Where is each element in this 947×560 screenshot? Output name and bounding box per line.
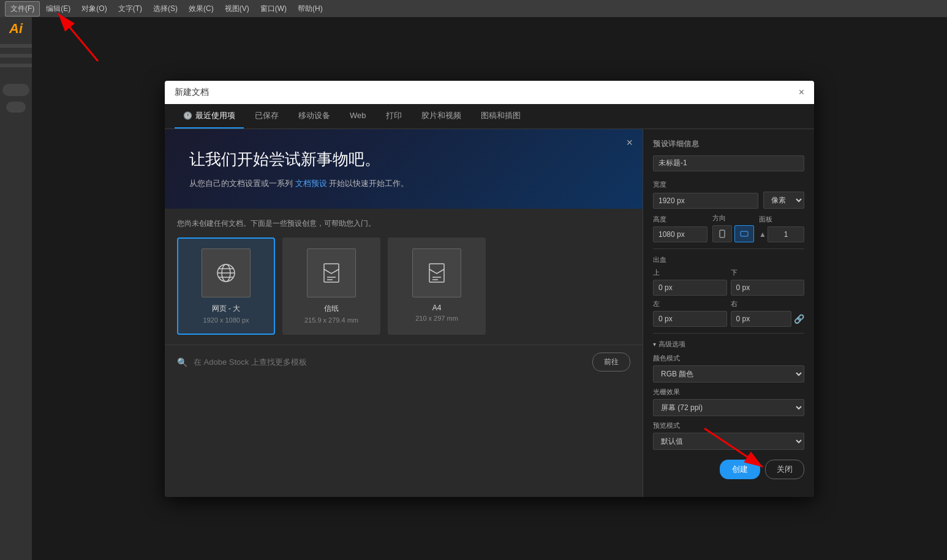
raster-label: 光栅效果 (653, 387, 804, 397)
create-button[interactable]: 创建 (720, 460, 760, 479)
dialog-close-button[interactable]: × (799, 88, 804, 97)
menu-effect[interactable]: 效果(C) (184, 2, 219, 16)
hero-title: 让我们开始尝试新事物吧。 (189, 149, 618, 170)
landscape-button[interactable] (734, 225, 754, 242)
menu-object[interactable]: 对象(O) (77, 2, 111, 16)
left-sidebar: Ai (0, 17, 32, 560)
tab-print-label: 打印 (386, 110, 402, 121)
artboard-up-btn[interactable]: ▲ (759, 230, 766, 239)
menu-window[interactable]: 窗口(W) (255, 2, 292, 16)
templates-section: 您尚未创建任何文档。下面是一些预设创意，可帮助您入门。 (165, 209, 643, 345)
tab-art-label: 图稿和插图 (481, 110, 521, 121)
preview-select[interactable]: 默认值 像素 叠印 (653, 433, 804, 450)
tab-film[interactable]: 胶片和视频 (413, 104, 470, 129)
bleed-top-label: 上 (653, 268, 727, 277)
artboard-label: 面板 (759, 215, 804, 224)
bleed-left-label: 左 (653, 299, 727, 308)
hero-subtitle: 从您自己的文档设置或一系列 文档预设 开始以快速开始工作。 (189, 177, 618, 190)
width-label: 宽度 (653, 180, 804, 189)
hero-close-button[interactable]: × (626, 136, 633, 149)
tab-recent[interactable]: 🕐 最近使用项 (175, 104, 244, 129)
tab-mobile-label: 移动设备 (298, 110, 330, 121)
tab-web-label: Web (350, 111, 366, 120)
svg-rect-11 (720, 230, 725, 237)
bleed-bottom-input[interactable] (731, 280, 805, 296)
bleed-bottom-label: 下 (731, 268, 805, 277)
tab-web[interactable]: Web (341, 105, 375, 127)
dialog-overlay: 新建文档 × 🕐 最近使用项 已保存 移动设备 (32, 17, 947, 560)
divider-1 (653, 248, 804, 249)
bleed-right-input[interactable] (731, 311, 792, 327)
template-name-letter: 信纸 (293, 304, 369, 314)
tab-mobile[interactable]: 移动设备 (290, 104, 339, 129)
unit-select[interactable]: 像素 毫米 厘米 (763, 192, 804, 209)
bleed-link-icon[interactable]: 🔗 (794, 314, 804, 324)
hero-subtitle-prefix: 从您自己的文档设置或一系列 (189, 179, 293, 188)
bleed-right-label: 右 (731, 299, 805, 308)
dialog-title-bar: 新建文档 × (165, 81, 814, 104)
tab-recent-label: 最近使用项 (195, 110, 235, 121)
svg-rect-12 (741, 231, 748, 236)
clock-icon: 🕐 (183, 111, 192, 120)
close-button[interactable]: 关闭 (765, 460, 804, 479)
dialog-bottom-bar: 🔍 前往 (165, 345, 643, 379)
dialog-title: 新建文档 (175, 87, 209, 98)
template-icon-a4 (412, 248, 461, 297)
hero-subtitle-link[interactable]: 文档预设 (295, 179, 327, 188)
raster-select[interactable]: 屏幕 (72 ppi) 中 (150 ppi) 高 (300 ppi) (653, 399, 804, 416)
tab-art[interactable]: 图稿和插图 (472, 104, 529, 129)
template-icon-letter (307, 248, 356, 297)
search-icon: 🔍 (177, 357, 187, 367)
menubar: 文件(F) 编辑(E) 对象(O) 文字(T) 选择(S) 效果(C) 视图(V… (0, 0, 947, 17)
hero-subtitle-suffix: 开始以快速开始工作。 (329, 179, 409, 188)
preview-mode-label: 预览模式 (653, 421, 804, 430)
template-card-web-large[interactable]: 网页 - 大 1920 x 1080 px (177, 237, 275, 335)
tab-film-label: 胶片和视频 (421, 110, 461, 121)
bleed-label: 出血 (653, 255, 804, 264)
doc-name-input[interactable] (653, 155, 804, 171)
prev-button[interactable]: 前往 (592, 353, 630, 371)
tab-saved[interactable]: 已保存 (246, 104, 287, 129)
tab-saved-label: 已保存 (255, 110, 279, 121)
height-label: 高度 (653, 215, 707, 224)
template-card-a4[interactable]: A4 210 x 297 mm (388, 237, 486, 335)
app-container: 文件(F) 编辑(E) 对象(O) 文字(T) 选择(S) 效果(C) 视图(V… (0, 0, 947, 560)
tool-btn-1[interactable] (2, 84, 29, 96)
stock-search-input[interactable] (194, 357, 586, 367)
main-content: 新建文档 × 🕐 最近使用项 已保存 移动设备 (32, 17, 947, 560)
menu-select[interactable]: 选择(S) (148, 2, 183, 16)
template-size-web-large: 1920 x 1080 px (188, 316, 264, 324)
height-input[interactable] (653, 226, 707, 242)
preset-panel: 预设详细信息 宽度 像素 毫米 厘米 (643, 129, 814, 497)
tab-print[interactable]: 打印 (377, 104, 410, 129)
template-name-a4: A4 (399, 304, 475, 312)
color-mode-select[interactable]: RGB 颜色 CMYK 颜色 (653, 365, 804, 383)
tool-btn-2[interactable] (6, 102, 26, 113)
color-mode-label: 颜色模式 (653, 354, 804, 363)
templates-hint: 您尚未创建任何文档。下面是一些预设创意，可帮助您入门。 (177, 218, 630, 229)
menu-help[interactable]: 帮助(H) (293, 2, 328, 16)
hero-banner: × 让我们开始尝试新事物吧。 从您自己的文档设置或一系列 文档预设 开始以快速开… (165, 129, 643, 209)
divider-2 (653, 333, 804, 334)
menu-edit[interactable]: 编辑(E) (41, 2, 75, 16)
menu-file[interactable]: 文件(F) (5, 1, 40, 17)
artboard-input[interactable] (768, 226, 804, 242)
dialog-tabs: 🕐 最近使用项 已保存 移动设备 Web 打印 (165, 104, 814, 129)
menu-text[interactable]: 文字(T) (113, 2, 147, 16)
template-name-web-large: 网页 - 大 (188, 304, 264, 314)
bleed-left-input[interactable] (653, 311, 727, 327)
orientation-label: 方向 (712, 214, 754, 223)
new-doc-dialog: 新建文档 × 🕐 最近使用项 已保存 移动设备 (165, 81, 814, 497)
preset-section-title: 预设详细信息 (653, 139, 804, 149)
menu-view[interactable]: 视图(V) (220, 2, 254, 16)
advanced-options-toggle[interactable]: 高级选项 (653, 340, 804, 349)
portrait-button[interactable] (712, 225, 732, 242)
ai-logo: Ai (9, 22, 23, 35)
width-input[interactable] (653, 193, 758, 209)
template-card-letter[interactable]: 信纸 215.9 x 279.4 mm (282, 237, 380, 335)
template-grid: 网页 - 大 1920 x 1080 px (177, 237, 630, 335)
template-icon-web (202, 248, 251, 297)
app-area: Ai 新建文档 × (0, 17, 947, 560)
bleed-top-input[interactable] (653, 280, 727, 296)
dialog-body: × 让我们开始尝试新事物吧。 从您自己的文档设置或一系列 文档预设 开始以快速开… (165, 129, 814, 497)
